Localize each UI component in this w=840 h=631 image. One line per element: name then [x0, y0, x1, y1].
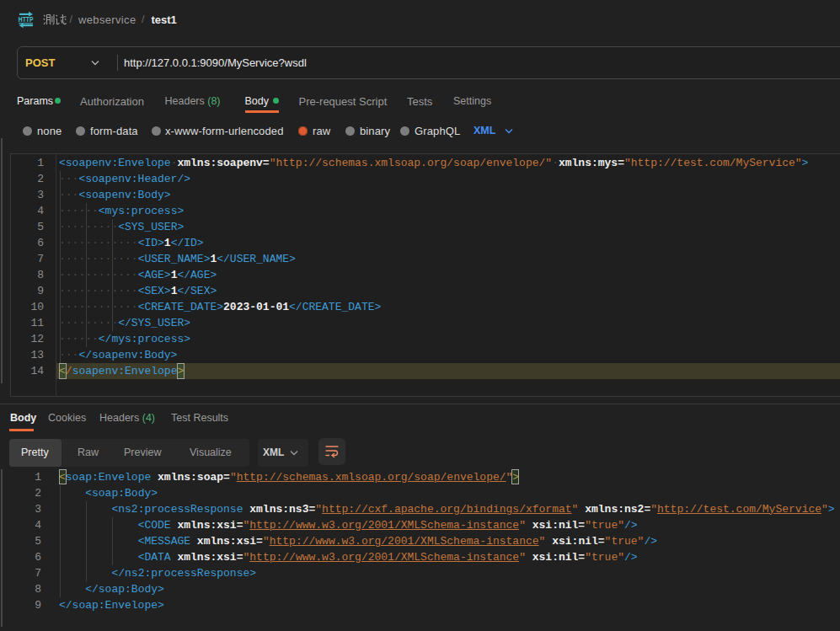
svg-text:HTTP: HTTP	[19, 15, 34, 24]
